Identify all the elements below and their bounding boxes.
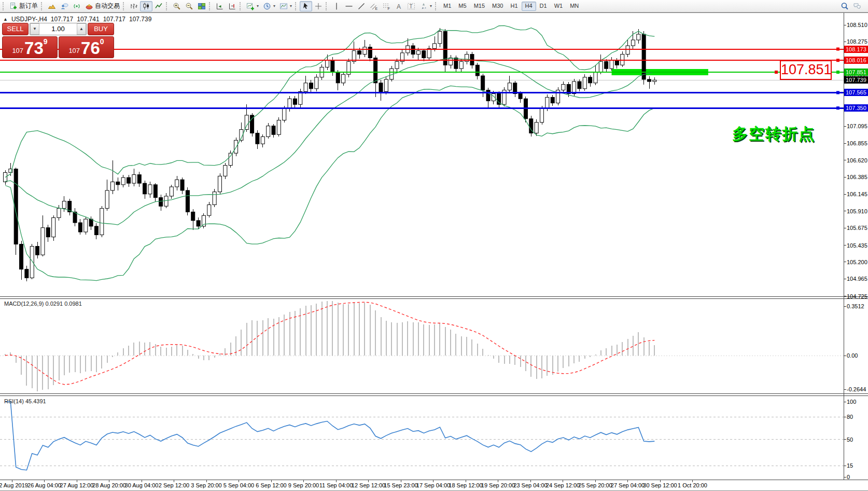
- new-order-icon: [9, 2, 18, 10]
- toolbar-grip: [435, 2, 438, 10]
- price-badge-108.016: 108.016: [844, 57, 868, 64]
- toolbar-zoom-out-button[interactable]: [183, 1, 195, 11]
- toolbar-new-order-button[interactable]: 新订单: [7, 1, 40, 11]
- timeframe-h1-button[interactable]: H1: [507, 2, 521, 11]
- price-tick-label: 108.510: [847, 22, 867, 28]
- toolbar-auto-scroll-button[interactable]: [214, 1, 226, 11]
- timeframe-m1-button[interactable]: M1: [440, 2, 455, 11]
- toolbar-chart-shift-button[interactable]: [226, 1, 239, 11]
- svg-text:F: F: [388, 6, 390, 10]
- date-label: 5 Sep 04:00: [223, 482, 254, 488]
- crosshair-icon: [314, 2, 323, 10]
- toolbar-line-chart-button[interactable]: [152, 1, 165, 11]
- sell-price[interactable]: 107 73 9: [2, 36, 58, 58]
- toolbar-mql5-community-button[interactable]: [58, 1, 71, 11]
- date-label: 15 Sep 23:00: [384, 482, 417, 488]
- toolbar-text-button[interactable]: A: [393, 1, 405, 11]
- price-annotation-box[interactable]: 107.851: [780, 60, 832, 80]
- toolbar-new-order-label: 新订单: [19, 2, 38, 10]
- mt4-window: 新订单自动交易▾▾▾EFAT▾M1M5M15M30H1H4D1W1MN ▲ US…: [0, 0, 868, 491]
- timeframe-m5-button[interactable]: M5: [455, 2, 470, 11]
- timeframe-m30-button[interactable]: M30: [488, 2, 507, 11]
- volume-input[interactable]: 1.00: [39, 23, 77, 35]
- date-label: 9 Sep 20:00: [288, 482, 319, 488]
- toolbar-chat-button[interactable]: [851, 1, 863, 11]
- timeframe-mn-button[interactable]: MN: [566, 2, 582, 11]
- toolbar-grip: [123, 2, 125, 10]
- sell-price-prefix: 107: [12, 46, 23, 56]
- search-icon: [841, 2, 849, 10]
- open-value: 107.717: [51, 16, 73, 23]
- timeframe-w1-button[interactable]: W1: [551, 2, 567, 11]
- text-label-icon: T: [407, 2, 415, 10]
- toolbar-templates-button[interactable]: ▾: [277, 1, 294, 11]
- line-chart-icon: [155, 2, 163, 10]
- dropdown-caret-icon: ▾: [257, 4, 259, 8]
- price-tick-label: 106.620: [847, 157, 867, 163]
- toolbar-cursor-button[interactable]: [300, 1, 312, 11]
- market-watch-icon: [48, 2, 56, 10]
- timeframe-h4-button[interactable]: H4: [522, 2, 536, 11]
- date-label: 26 Aug 04:00: [27, 482, 61, 488]
- rsi-axis-label: 0: [847, 474, 850, 480]
- chart-shift-icon: [228, 2, 236, 10]
- toolbar-crosshair-button[interactable]: [312, 1, 325, 11]
- rsi-axis-label: 15: [847, 462, 853, 469]
- toolbar-candle-chart-button[interactable]: [140, 1, 152, 11]
- timeframe-m15-button[interactable]: M15: [470, 2, 488, 11]
- signals-icon: [73, 2, 81, 10]
- toolbar-tile-windows-button[interactable]: [195, 1, 208, 11]
- cursor-icon: [302, 2, 310, 10]
- buy-price-big: 76: [81, 40, 100, 56]
- sell-price-sup: 9: [44, 37, 48, 46]
- toolbar-market-watch-button[interactable]: [46, 1, 58, 11]
- toolbar-zoom-in-button[interactable]: [171, 1, 183, 11]
- date-label: 28 Aug 20:00: [92, 482, 126, 488]
- date-label: 22 Aug 2019: [0, 482, 28, 488]
- toolbar-text-label-button[interactable]: T: [405, 1, 417, 11]
- toolbar-trendline-button[interactable]: [355, 1, 368, 11]
- price-tick-label: 107.095: [847, 123, 867, 129]
- toolbar-grip: [326, 2, 328, 10]
- toolbar-horizontal-line-button[interactable]: [343, 1, 355, 11]
- toolbar-auto-trading-button[interactable]: 自动交易: [83, 1, 122, 11]
- price-badge-107.350: 107.350: [844, 104, 868, 112]
- volume-decrease-button[interactable]: ▼: [30, 23, 39, 35]
- toolbar-fibonacci-button[interactable]: F: [380, 1, 393, 11]
- dropdown-caret-icon: ▾: [290, 4, 292, 8]
- price-tick-label: 105.200: [847, 259, 867, 265]
- date-label: 12 Sep 12:00: [352, 482, 385, 488]
- toolbar-profiles-button[interactable]: ▾: [261, 1, 277, 11]
- price-tick-label: 104.965: [847, 276, 867, 282]
- rsi-axis-label: 50: [847, 437, 853, 443]
- buy-price-sup: 0: [100, 37, 104, 46]
- date-label: 30 Sep 12:00: [643, 482, 677, 488]
- sell-button[interactable]: SELL: [2, 23, 29, 35]
- toolbar-grip: [3, 2, 5, 10]
- timeframe-d1-button[interactable]: D1: [536, 2, 551, 11]
- price-badge-108.173: 108.173: [844, 46, 868, 53]
- price-tick-label: 105.435: [847, 242, 867, 249]
- buy-button[interactable]: BUY: [88, 23, 114, 35]
- turning-point-note[interactable]: 多空转折点: [732, 124, 815, 145]
- toolbar-equidistant-channel-button[interactable]: E: [368, 1, 380, 11]
- chart-canvas[interactable]: [0, 0, 868, 491]
- toolbar-shapes-button[interactable]: ▾: [417, 1, 434, 11]
- toolbar-vertical-line-button[interactable]: [330, 1, 343, 11]
- collapse-icon[interactable]: ▲: [3, 17, 8, 22]
- toolbar-search-button[interactable]: [838, 1, 851, 11]
- buy-price[interactable]: 107 76 0: [59, 36, 114, 58]
- price-tick-label: 106.855: [847, 140, 867, 146]
- toolbar-grip: [209, 2, 212, 10]
- toolbar-signals-button[interactable]: [71, 1, 83, 11]
- volume-increase-button[interactable]: ▲: [77, 23, 86, 35]
- date-label: 19 Sep 20:00: [481, 482, 515, 488]
- price-tick-label: 105.675: [847, 225, 867, 231]
- toolbar-new-chart-button[interactable]: ▾: [244, 1, 261, 11]
- date-label: 25 Sep 20:00: [578, 482, 612, 488]
- one-click-trade-panel: SELL ▼ 1.00 ▲ BUY 107 73 9 107 76 0: [2, 23, 114, 58]
- new-chart-icon: [246, 2, 255, 10]
- toolbar-bar-chart-button[interactable]: [128, 1, 140, 11]
- fibonacci-icon: F: [382, 2, 390, 10]
- horizontal-line-icon: [345, 2, 353, 10]
